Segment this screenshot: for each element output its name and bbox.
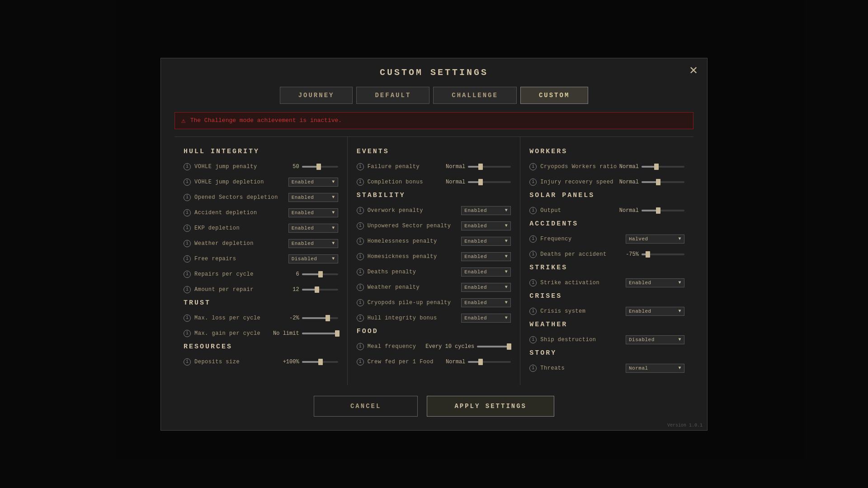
solar-panels-title: SOLAR PANELS: [529, 192, 684, 199]
row-label: VOHLE jump depletion: [194, 179, 288, 185]
info-icon[interactable]: i: [357, 358, 364, 366]
row-label: Weather depletion: [194, 240, 288, 247]
settings-columns: HULL INTEGRITY i VOHLE jump penalty 50 i…: [175, 136, 693, 385]
opened-sectors-select[interactable]: Enabled▼: [288, 193, 338, 202]
tab-journey[interactable]: JOURNEY: [280, 87, 353, 104]
row-label: Completion bonus: [368, 179, 446, 185]
info-icon[interactable]: i: [184, 194, 191, 201]
list-item: i Meal frequency Every 10 cycles: [357, 341, 511, 352]
vohle-jump-depletion-select[interactable]: Enabled▼: [288, 178, 338, 187]
info-icon[interactable]: i: [184, 286, 191, 293]
middle-column: EVENTS i Failure penalty Normal i Comple…: [348, 137, 521, 385]
tab-challenge[interactable]: CHALLENGE: [433, 87, 517, 104]
row-label: Crisis system: [540, 308, 626, 314]
info-icon[interactable]: i: [529, 365, 537, 372]
solar-output-slider[interactable]: [642, 210, 684, 211]
overwork-penalty-select[interactable]: Enabled▼: [461, 206, 511, 215]
list-item: i Hull integrity bonus Enabled▼: [357, 312, 511, 324]
info-icon[interactable]: i: [529, 279, 537, 286]
row-value: -75%: [626, 251, 639, 258]
deposits-size-slider[interactable]: [302, 361, 338, 363]
info-icon[interactable]: i: [357, 268, 364, 276]
list-item: i Amount per repair 12: [184, 284, 338, 296]
amount-per-repair-slider[interactable]: [302, 289, 338, 291]
crisis-system-select[interactable]: Enabled▼: [626, 307, 684, 316]
weather-depletion-select[interactable]: Enabled▼: [288, 239, 338, 248]
info-icon[interactable]: i: [357, 207, 364, 214]
row-label: Amount per repair: [194, 286, 292, 293]
failure-penalty-slider[interactable]: [468, 166, 511, 168]
info-icon[interactable]: i: [357, 163, 364, 170]
frequency-select[interactable]: Halved▼: [626, 235, 684, 244]
info-icon[interactable]: i: [184, 225, 191, 232]
strike-activation-select[interactable]: Enabled▼: [626, 278, 684, 287]
row-value: 12: [292, 286, 299, 293]
tab-default[interactable]: DEFAULT: [356, 87, 429, 104]
accident-depletion-select[interactable]: Enabled▼: [288, 208, 338, 217]
homesickness-penalty-select[interactable]: Enabled▼: [461, 252, 511, 261]
info-icon[interactable]: i: [529, 235, 537, 243]
vohle-jump-penalty-slider[interactable]: [302, 166, 338, 168]
info-icon[interactable]: i: [357, 238, 364, 245]
max-gain-slider[interactable]: [302, 333, 338, 334]
info-icon[interactable]: i: [184, 209, 191, 216]
info-icon[interactable]: i: [184, 178, 191, 186]
ekp-depletion-select[interactable]: Enabled▼: [288, 224, 338, 233]
info-icon[interactable]: i: [357, 222, 364, 230]
row-value: Normal: [619, 179, 639, 185]
crew-fed-slider[interactable]: [468, 361, 511, 363]
cancel-button[interactable]: CANCEL: [314, 396, 418, 417]
list-item: i EKP depletion Enabled▼: [184, 222, 338, 234]
close-button[interactable]: ✕: [689, 65, 698, 76]
list-item: i Repairs per cycle 6: [184, 268, 338, 280]
info-icon[interactable]: i: [529, 163, 537, 170]
info-icon[interactable]: i: [357, 178, 364, 186]
free-repairs-select[interactable]: Disabled▼: [288, 254, 338, 263]
row-label: Strike activation: [540, 280, 626, 286]
list-item: i Cryopods Workers ratio Normal: [529, 161, 684, 173]
info-icon[interactable]: i: [529, 207, 537, 214]
hull-integrity-bonus-select[interactable]: Enabled▼: [461, 314, 511, 323]
info-icon[interactable]: i: [184, 358, 191, 366]
info-icon[interactable]: i: [184, 163, 191, 170]
info-icon[interactable]: i: [184, 255, 191, 263]
completion-bonus-slider[interactable]: [468, 181, 511, 183]
injury-recovery-slider[interactable]: [642, 181, 684, 183]
deaths-penalty-select[interactable]: Enabled▼: [461, 267, 511, 277]
info-icon[interactable]: i: [357, 284, 364, 291]
repairs-per-cycle-slider[interactable]: [302, 273, 338, 275]
info-icon[interactable]: i: [184, 330, 191, 337]
meal-frequency-slider[interactable]: [477, 346, 511, 347]
info-icon[interactable]: i: [529, 251, 537, 258]
row-label: Opened Sectors depletion: [194, 194, 288, 201]
info-icon[interactable]: i: [357, 299, 364, 306]
info-icon[interactable]: i: [357, 253, 364, 260]
weather-penalty-select[interactable]: Enabled▼: [461, 283, 511, 292]
max-loss-slider[interactable]: [302, 317, 338, 319]
row-label: Crew fed per 1 Food: [368, 359, 446, 365]
info-icon[interactable]: i: [184, 271, 191, 278]
cryopods-pileup-select[interactable]: Enabled▼: [461, 298, 511, 307]
settings-modal: CUSTOM SETTINGS ✕ JOURNEY DEFAULT CHALLE…: [160, 58, 708, 431]
row-value: Normal: [446, 359, 465, 365]
deaths-per-accident-slider[interactable]: [642, 253, 684, 255]
threats-select[interactable]: Normal▼: [626, 364, 684, 373]
info-icon[interactable]: i: [529, 308, 537, 315]
unpowered-sector-select[interactable]: Enabled▼: [461, 221, 511, 230]
info-icon[interactable]: i: [184, 314, 191, 322]
ship-destruction-select[interactable]: Disabled▼: [626, 335, 684, 344]
info-icon[interactable]: i: [529, 178, 537, 186]
tab-custom[interactable]: CUSTOM: [520, 87, 588, 104]
apply-button[interactable]: APPLY SETTINGS: [427, 396, 554, 417]
list-item: i Unpowered Sector penalty Enabled▼: [357, 220, 511, 232]
row-value: Normal: [446, 164, 465, 170]
list-item: i Frequency Halved▼: [529, 233, 684, 245]
info-icon[interactable]: i: [357, 343, 364, 350]
list-item: i Deposits size +100%: [184, 356, 338, 368]
info-icon[interactable]: i: [357, 314, 364, 322]
info-icon[interactable]: i: [184, 240, 191, 247]
info-icon[interactable]: i: [529, 336, 537, 343]
homelessness-penalty-select[interactable]: Enabled▼: [461, 237, 511, 246]
row-value: Normal: [619, 207, 639, 214]
cryopods-ratio-slider[interactable]: [642, 166, 684, 168]
